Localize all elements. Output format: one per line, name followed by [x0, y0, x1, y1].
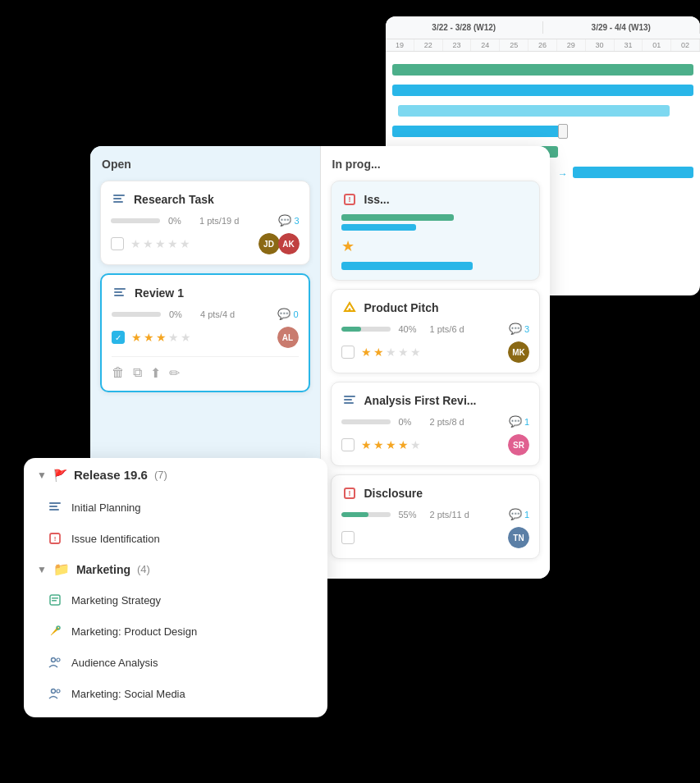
- inprog-bar: [341, 262, 474, 270]
- pts-label: 1 pts/6 d: [430, 324, 464, 334]
- list-item-marketing-product-design[interactable]: Marketing: Product Design: [24, 616, 327, 647]
- task-icon: [111, 191, 127, 208]
- disclosure-card[interactable]: ! Disclosure 55% 2 pts/11 d 💬 1 TN: [331, 474, 541, 559]
- copy-icon[interactable]: ⧉: [133, 365, 142, 381]
- star-5: ★: [410, 438, 421, 451]
- svg-text:!: !: [54, 535, 57, 543]
- task-title-row: ! Iss...: [341, 191, 530, 208]
- progress-bar: [112, 312, 161, 317]
- task-list-icon: [47, 499, 63, 515]
- card-actions: 🗑 ⧉ ⬆ ✏: [112, 356, 299, 381]
- task-avatar: AL: [277, 327, 299, 348]
- task-meta: 0% 2 pts/8 d 💬 1: [341, 415, 530, 428]
- task-bottom: TN: [341, 527, 530, 548]
- task-bottom: ★ ★ ★ ★ ★ JD AK: [111, 233, 300, 254]
- analysis-revi-title: Analysis First Revi...: [364, 394, 477, 407]
- list-item-audience-analysis[interactable]: Audience Analysis: [24, 647, 327, 678]
- research-task-title: Research Task: [134, 193, 214, 206]
- progress-fill: [341, 512, 368, 517]
- issue-icon: [341, 300, 358, 316]
- avatar-circle-2: AK: [278, 233, 300, 254]
- list-item-marketing-social-media[interactable]: Marketing: Social Media: [24, 678, 327, 709]
- comment-icon: 💬: [278, 214, 291, 227]
- flag-icon: 🚩: [53, 469, 67, 482]
- svg-text:!: !: [348, 195, 350, 204]
- comment-badge: 💬 1: [509, 415, 529, 428]
- task-avatar-2: AK: [278, 233, 300, 254]
- progress-bar: [341, 512, 391, 517]
- svg-rect-9: [344, 396, 355, 397]
- star-4: ★: [167, 237, 178, 250]
- list-item-initial-planning[interactable]: Initial Planning: [24, 492, 327, 523]
- review-1-title: Review 1: [135, 286, 184, 300]
- star-3: ★: [156, 331, 167, 344]
- edit-icon[interactable]: ✏: [169, 365, 180, 381]
- open-column-header: Open: [100, 158, 310, 171]
- audience-icon: [47, 654, 63, 671]
- product-design-icon: [47, 623, 63, 639]
- gantt-day: 29: [557, 39, 586, 51]
- stars: ★ ★ ★ ★ ★: [361, 346, 421, 359]
- list-item-marketing-strategy[interactable]: Marketing Strategy: [24, 584, 327, 616]
- gantt-row: [392, 61, 693, 79]
- release-group-header[interactable]: ▼ 🚩 Release 19.6 (7): [24, 458, 327, 492]
- star-3: ★: [386, 346, 396, 359]
- issue-icon: !: [341, 191, 358, 208]
- delete-icon[interactable]: 🗑: [112, 365, 125, 381]
- pts-label: 2 pts/8 d: [430, 417, 464, 427]
- marketing-product-design-label: Marketing: Product Design: [71, 625, 197, 638]
- gantt-row: [392, 122, 693, 140]
- kanban-col-inprog: In prog... ! Iss... ★: [320, 146, 551, 579]
- svg-rect-14: [49, 502, 61, 504]
- task-title-row: Product Pitch: [341, 300, 530, 316]
- product-pitch-card[interactable]: Product Pitch 40% 1 pts/6 d 💬 3 ★ ★ ★: [331, 289, 541, 373]
- task-meta: 0% 1 pts/19 d 💬 3: [111, 214, 300, 227]
- marketing-group-header[interactable]: ▼ 📁 Marketing (4): [24, 554, 327, 584]
- star-4: ★: [168, 331, 179, 344]
- progress-bar: [111, 218, 160, 223]
- comment-count: 3: [294, 216, 299, 226]
- svg-rect-10: [344, 399, 352, 401]
- gantt-header: 3/22 - 3/28 (W12) 3/29 - 4/4 (W13): [386, 16, 700, 39]
- task-checkbox[interactable]: [112, 331, 125, 344]
- svg-rect-15: [49, 506, 57, 507]
- star-4: ★: [398, 346, 409, 359]
- star-1: ★: [131, 331, 142, 344]
- svg-rect-20: [52, 598, 58, 599]
- task-checkbox[interactable]: [341, 531, 355, 544]
- comment-count: 1: [524, 510, 529, 520]
- progress-pct: 40%: [399, 324, 422, 334]
- issue-gantt-card[interactable]: ! Iss... ★: [331, 181, 541, 281]
- progress-bar: [341, 327, 391, 332]
- progress-pct: 55%: [399, 510, 422, 520]
- comment-icon: 💬: [277, 308, 291, 320]
- share-icon[interactable]: ⬆: [150, 365, 161, 381]
- comment-icon: 💬: [509, 508, 522, 520]
- progress-fill: [341, 327, 361, 332]
- audience-analysis-label: Audience Analysis: [71, 657, 158, 669]
- list-item-issue-identification[interactable]: ! Issue Identification: [24, 523, 327, 554]
- gantt-day: 22: [414, 39, 443, 51]
- gantt-day: 23: [443, 39, 472, 51]
- research-task-card[interactable]: Research Task 0% 1 pts/19 d 💬 3 ★ ★ ★: [100, 181, 310, 265]
- gantt-week-1: 3/22 - 3/28 (W12): [386, 21, 543, 34]
- task-checkbox[interactable]: [341, 438, 355, 451]
- social-media-icon: [47, 685, 63, 702]
- task-checkbox[interactable]: [341, 346, 355, 359]
- task-checkbox[interactable]: [111, 237, 124, 250]
- avatar-circle: SR: [508, 434, 529, 456]
- svg-point-25: [52, 689, 56, 694]
- gantt-day: 25: [500, 39, 528, 51]
- svg-rect-5: [114, 295, 124, 296]
- review-1-card[interactable]: Review 1 0% 4 pts/4 d 💬 0 ★ ★ ★: [100, 273, 310, 392]
- comment-badge: 💬 3: [278, 214, 299, 227]
- gantt-day: 26: [528, 39, 557, 51]
- pts-label: 2 pts/11 d: [430, 510, 469, 520]
- comment-icon: 💬: [509, 323, 522, 335]
- analysis-revi-card[interactable]: Analysis First Revi... 0% 2 pts/8 d 💬 1 …: [331, 382, 541, 466]
- task-avatar: JD: [258, 233, 280, 254]
- comment-badge: 💬 1: [509, 508, 529, 520]
- chevron-icon: ▼: [37, 469, 47, 481]
- task-title-row: ! Disclosure: [341, 485, 530, 501]
- stars: ★ ★ ★ ★ ★: [131, 331, 191, 344]
